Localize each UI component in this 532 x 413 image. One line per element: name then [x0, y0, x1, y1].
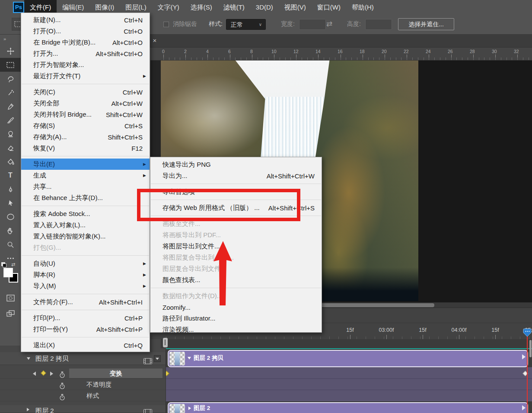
color-swatches: ⇄ — [0, 267, 21, 287]
menu-item-quick-export-png[interactable]: 快速导出为 PNG — [150, 159, 322, 170]
paint-bucket-tool[interactable] — [0, 155, 21, 168]
opacity-property-row[interactable]: 不透明度 — [0, 379, 166, 390]
menu-item-open-as-smart-object[interactable]: 打开为智能对象... — [21, 59, 150, 70]
menu-item-import[interactable]: 导入(M) — [21, 280, 150, 292]
menu-item-new[interactable]: 新建(N)...Ctrl+N — [21, 14, 150, 25]
ruler-number: 8 — [250, 49, 253, 54]
menu-item-print-one-copy[interactable]: 打印一份(Y)Alt+Shift+Ctrl+P — [21, 324, 150, 335]
work-area-start-handle[interactable] — [163, 338, 168, 347]
lasso-tool[interactable] — [0, 72, 21, 86]
menubar-filter[interactable]: 滤镜(T) — [218, 0, 250, 14]
select-and-mask-button[interactable]: 选择并遮住... — [398, 18, 454, 30]
chevron-right-icon[interactable] — [188, 407, 191, 410]
height-input[interactable] — [365, 19, 392, 30]
screen-mode-button[interactable] — [0, 307, 21, 321]
chevron-down-icon: ∨ — [259, 19, 262, 30]
menu-item-revert[interactable]: 恢复(V)F12 — [21, 143, 150, 154]
menu-item-recent-files[interactable]: 最近打开文件(T) — [21, 70, 150, 82]
menubar-select[interactable]: 选择(S) — [185, 0, 218, 14]
menu-item-exit[interactable]: 退出(X)Ctrl+Q — [21, 340, 150, 351]
type-tool[interactable]: T — [0, 168, 21, 182]
menu-item-share-on-behance[interactable]: 在 Behance 上共享(D)... — [21, 192, 150, 203]
menu-item-search-adobe-stock[interactable]: 搜索 Adobe Stock... — [21, 208, 150, 219]
menu-item-place-embedded[interactable]: 置入嵌入对象(L)... — [21, 219, 150, 231]
brush-tool[interactable] — [0, 113, 21, 127]
menu-item-export-as[interactable]: 导出为...Alt+Shift+Ctrl+W — [150, 170, 322, 181]
timeline-clip-layer2-copy[interactable]: 图层 2 拷贝 — [168, 350, 528, 367]
property-label: 不透明度 — [86, 379, 111, 390]
path-selection-tool[interactable] — [0, 196, 21, 210]
eyedropper-tool[interactable] — [0, 99, 21, 113]
chevron-down-icon[interactable] — [27, 357, 30, 360]
timeline-clip-layer2[interactable]: 图层 2 — [168, 402, 528, 413]
menu-item-artboards-to-pdf: 将画板导出到 PDF... — [150, 229, 322, 241]
menu-item-open[interactable]: 打开(O)...Ctrl+O — [21, 25, 150, 37]
tab-close-icon[interactable]: × — [151, 37, 159, 44]
menu-item-close[interactable]: 关闭(C)Ctrl+W — [21, 86, 150, 98]
filmstrip-icon — [143, 407, 152, 413]
antialias-checkbox[interactable] — [163, 22, 169, 27]
red-highlight-box — [137, 189, 300, 221]
rectangular-marquee-tool[interactable] — [0, 58, 21, 72]
collapse-panel-icon[interactable]: » — [0, 35, 20, 44]
menu-item-share[interactable]: 共享... — [21, 181, 150, 192]
previous-keyframe-icon[interactable] — [33, 372, 36, 376]
default-colors-icon[interactable] — [3, 264, 6, 267]
pen-tool[interactable] — [0, 182, 21, 196]
transform-property-row[interactable]: 变换 — [0, 368, 166, 379]
chevron-down-icon[interactable] — [188, 357, 191, 359]
clone-stamp-tool[interactable] — [0, 127, 21, 141]
ruler-number: 16 — [338, 49, 343, 54]
width-input[interactable] — [299, 19, 326, 30]
menu-item-scripts[interactable]: 脚本(R) — [21, 269, 150, 280]
menu-item-place-linked[interactable]: 置入链接的智能对象(K)... — [21, 231, 150, 242]
menu-item-browse-in-bridge[interactable]: 在 Bridge 中浏览(B)...Alt+Ctrl+O — [21, 37, 150, 48]
menu-item-save[interactable]: 存储(S)Ctrl+S — [21, 120, 150, 131]
ruler-number: 18 — [360, 49, 365, 54]
zoom-tool[interactable] — [0, 238, 21, 251]
ruler-number: 12 — [293, 49, 299, 54]
menubar-window[interactable]: 窗口(W) — [312, 0, 346, 14]
swap-colors-icon[interactable]: ⇄ — [11, 262, 15, 267]
magic-wand-tool[interactable] — [0, 86, 21, 99]
quick-mask-mode-button[interactable] — [0, 291, 21, 305]
menu-item-render-video[interactable]: 渲染视频... — [150, 324, 322, 335]
hand-tool[interactable] — [0, 224, 21, 238]
menu-item-open-as[interactable]: 打开为...Alt+Shift+Ctrl+O — [21, 48, 150, 59]
menubar-help[interactable]: 帮助(H) — [346, 0, 379, 14]
move-tool[interactable] — [0, 44, 21, 58]
foreground-color-swatch[interactable] — [3, 268, 13, 277]
menu-item-save-as[interactable]: 存储为(A)...Shift+Ctrl+S — [21, 131, 150, 143]
style-property-row[interactable]: 样式 — [0, 390, 166, 401]
property-label-cell[interactable]: 变换 — [69, 369, 162, 378]
next-keyframe-icon[interactable] — [50, 372, 53, 376]
swap-width-height-icon[interactable]: ⇄ — [326, 19, 332, 29]
playhead-marker[interactable] — [523, 328, 532, 339]
stopwatch-icon[interactable] — [59, 393, 65, 404]
menu-item-paths-to-illustrator[interactable]: 路径到 Illustrator... — [150, 313, 322, 324]
menu-item-close-all[interactable]: 关闭全部Alt+Ctrl+W — [21, 98, 150, 109]
track-options-dropdown[interactable] — [154, 355, 161, 362]
clip-thumbnail — [169, 352, 185, 365]
menubar-view[interactable]: 视图(V) — [279, 0, 312, 14]
menu-item-print[interactable]: 打印(P)...Ctrl+P — [21, 312, 150, 324]
eraser-tool[interactable] — [0, 141, 21, 155]
ruler-number: 4 — [206, 49, 209, 54]
timeline-vertical-scrollbar[interactable] — [529, 340, 532, 357]
chevron-right-icon[interactable] — [27, 408, 29, 411]
style-dropdown[interactable]: 正常∨ — [226, 19, 266, 30]
menubar-3d[interactable]: 3D(D) — [250, 0, 279, 14]
ruler-number: 24 — [426, 49, 431, 54]
ellipse-shape-tool[interactable] — [0, 210, 21, 224]
menu-item-generate[interactable]: 生成 — [21, 170, 150, 181]
ruler-number: 22 — [404, 49, 409, 54]
menu-item-file-info[interactable]: 文件简介(F)...Alt+Shift+Ctrl+I — [21, 296, 150, 308]
layer-track-header[interactable]: 图层 2 拷贝 — [0, 352, 166, 365]
menubar-type[interactable]: 文字(Y) — [152, 0, 185, 14]
keyframe-diamond[interactable] — [41, 370, 46, 376]
menu-item-close-and-go-to-bridge[interactable]: 关闭并转到 Bridge...Shift+Ctrl+W — [21, 109, 150, 120]
menu-item-automate[interactable]: 自动(U) — [21, 258, 150, 269]
layer-track-header[interactable]: 图层 2 — [0, 405, 166, 413]
photoshop-logo: Ps — [13, 2, 24, 13]
menu-item-export[interactable]: 导出(E) — [21, 159, 150, 170]
